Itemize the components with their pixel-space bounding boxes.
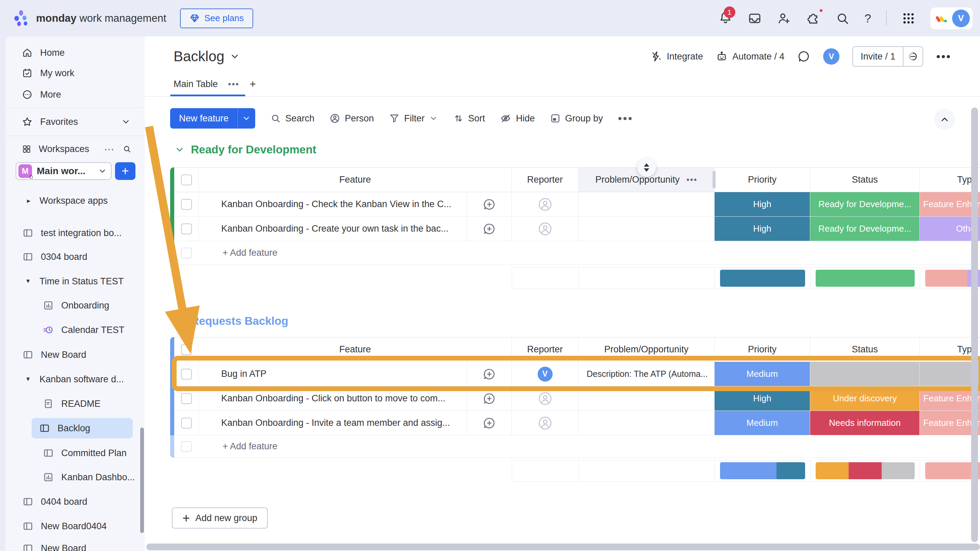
reporter-avatar[interactable]: V xyxy=(538,367,553,382)
reporter-cell[interactable] xyxy=(512,411,579,435)
select-all-cell[interactable] xyxy=(174,337,199,362)
sidebar-board-backlog[interactable]: Backlog xyxy=(32,418,133,438)
status-cell[interactable]: Ready for Developme... xyxy=(810,217,920,241)
problem-cell[interactable]: Description: The ATP (Automa... xyxy=(579,362,714,386)
hide-button[interactable]: Hide xyxy=(500,113,535,124)
summary-segment-medium[interactable] xyxy=(720,462,776,479)
summary-segment-discovery[interactable] xyxy=(816,462,849,479)
chevron-down-icon[interactable] xyxy=(175,316,185,326)
sidebar-board-new-board[interactable]: New Board xyxy=(10,345,140,365)
tab-menu-icon[interactable]: ••• xyxy=(228,79,239,89)
reporter-cell[interactable]: V xyxy=(512,362,579,386)
add-view-icon[interactable]: + xyxy=(250,78,256,91)
group-by-button[interactable]: Group by xyxy=(550,113,603,124)
priority-cell[interactable]: High xyxy=(714,386,810,411)
new-feature-chevron[interactable] xyxy=(237,108,255,129)
product-switcher-icon[interactable] xyxy=(902,11,915,25)
expand-triangle-icon[interactable]: ▼ xyxy=(25,197,32,204)
priority-chip[interactable]: Medium xyxy=(714,411,810,435)
checkbox[interactable] xyxy=(181,418,192,429)
vertical-scrollbar[interactable] xyxy=(971,108,978,542)
column-header-priority[interactable]: Priority xyxy=(714,168,810,192)
feature-name[interactable]: Kanban Onboarding - Check the Kanban Vie… xyxy=(199,192,466,216)
summary-segment-empty[interactable] xyxy=(882,462,915,479)
add-conversation-button[interactable] xyxy=(466,411,511,435)
status-chip[interactable]: Under discovery xyxy=(810,386,920,411)
feature-name[interactable]: Kanban Onboarding - Invite a team member… xyxy=(199,411,466,435)
column-header-reporter[interactable]: Reporter xyxy=(512,168,579,192)
board-title-row[interactable]: Backlog xyxy=(173,47,240,66)
column-resize-handle[interactable] xyxy=(713,171,716,189)
status-cell[interactable]: Needs information xyxy=(810,411,920,435)
summary-segment-high[interactable] xyxy=(776,462,805,479)
filter-button[interactable]: Filter xyxy=(389,113,438,124)
column-header-reporter[interactable]: Reporter xyxy=(512,337,579,362)
sidebar-folder-time-in-status[interactable]: ▼ Time in Status TEST xyxy=(10,271,140,292)
status-chip[interactable]: Needs information xyxy=(810,411,920,435)
add-feature-row[interactable]: + Add feature xyxy=(174,241,980,265)
checkbox[interactable] xyxy=(181,393,192,404)
add-conversation-button[interactable] xyxy=(466,192,511,216)
feature-cell[interactable]: Bug in ATP xyxy=(199,362,512,386)
priority-cell[interactable]: High xyxy=(714,217,810,241)
feature-cell[interactable]: Kanban Onboarding - Invite a team member… xyxy=(199,411,512,435)
reporter-cell[interactable] xyxy=(512,386,579,411)
inbox-icon[interactable] xyxy=(748,11,762,25)
see-plans-button[interactable]: See plans xyxy=(180,8,253,28)
column-header-status[interactable]: Status xyxy=(810,168,920,192)
invite-members-icon[interactable] xyxy=(777,11,791,25)
priority-chip[interactable]: High xyxy=(714,386,810,411)
sidebar-board-onboarding[interactable]: Onboarding xyxy=(10,295,140,316)
board-menu-icon[interactable]: ••• xyxy=(936,50,951,63)
column-menu-icon[interactable]: ••• xyxy=(686,175,697,185)
person-filter-button[interactable]: Person xyxy=(329,113,374,124)
priority-cell[interactable]: Medium xyxy=(714,411,810,435)
problem-cell[interactable] xyxy=(579,386,714,411)
table-row[interactable]: Kanban Onboarding - Check the Kanban Vie… xyxy=(174,192,980,217)
new-feature-label[interactable]: New feature xyxy=(170,108,237,129)
expanded-triangle-icon[interactable]: ▼ xyxy=(25,278,32,285)
priority-chip[interactable]: High xyxy=(714,217,810,241)
automate-button[interactable]: Automate / 4 xyxy=(716,51,784,62)
column-header-feature[interactable]: Feature xyxy=(199,168,512,192)
summary-segment-feature[interactable] xyxy=(925,270,967,287)
feature-cell[interactable]: Kanban Onboarding - Create your own task… xyxy=(199,217,512,241)
horizontal-scrollbar[interactable] xyxy=(146,543,980,550)
sidebar-workspaces-header[interactable]: Workspaces ⋯ xyxy=(10,139,140,159)
checkbox[interactable] xyxy=(181,224,192,234)
user-pill[interactable]: V xyxy=(930,8,972,29)
status-chip[interactable]: Ready for Developme... xyxy=(810,217,920,241)
chevron-down-icon[interactable] xyxy=(429,114,438,123)
column-header-priority[interactable]: Priority xyxy=(714,337,810,362)
invite-button-group[interactable]: Invite / 1 xyxy=(853,46,923,67)
sidebar-folder-kanban-software[interactable]: ▼ Kanban software d... xyxy=(10,369,140,389)
notifications-button[interactable]: 1 xyxy=(718,11,733,26)
sidebar-item-workspace-apps[interactable]: ▼ Workspace apps xyxy=(10,191,140,211)
sidebar-item-home[interactable]: Home xyxy=(10,43,140,63)
reporter-cell[interactable] xyxy=(512,192,579,216)
board-title[interactable]: Backlog xyxy=(173,48,224,65)
expanded-triangle-icon[interactable]: ▼ xyxy=(25,376,32,383)
toolbar-more-icon[interactable]: ••• xyxy=(618,112,633,125)
priority-chip[interactable]: Medium xyxy=(714,362,810,386)
sidebar-board-committed-plan[interactable]: Committed Plan xyxy=(10,443,140,463)
group-title[interactable]: Requests Backlog xyxy=(191,314,288,327)
feature-name[interactable]: Bug in ATP xyxy=(199,362,466,386)
sidebar-board-new-board-2[interactable]: New Board xyxy=(10,538,140,551)
sidebar-item-more[interactable]: More xyxy=(10,84,140,105)
sidebar-item-favorites[interactable]: Favorites xyxy=(10,111,140,132)
apps-marketplace-button[interactable] xyxy=(806,11,821,26)
checkbox[interactable] xyxy=(181,175,192,185)
tab-main-table[interactable]: Main Table xyxy=(173,79,218,89)
problem-cell[interactable] xyxy=(579,192,714,216)
sidebar-board-test-integration[interactable]: test integration bo... xyxy=(10,223,140,243)
group-title[interactable]: Ready for Development xyxy=(191,143,317,156)
collapse-header-button[interactable] xyxy=(934,109,955,130)
table-row-bug-in-atp[interactable]: Bug in ATP V Description: The ATP (Autom… xyxy=(174,362,980,386)
priority-chip[interactable]: High xyxy=(714,192,810,216)
copy-link-button[interactable] xyxy=(903,47,923,66)
feature-cell[interactable]: Kanban Onboarding - Click on button to m… xyxy=(199,386,512,411)
checkbox[interactable] xyxy=(181,369,192,380)
user-avatar[interactable]: V xyxy=(952,10,970,27)
sidebar-board-kanban-dashboard[interactable]: Kanban Dashbo... xyxy=(10,467,140,487)
